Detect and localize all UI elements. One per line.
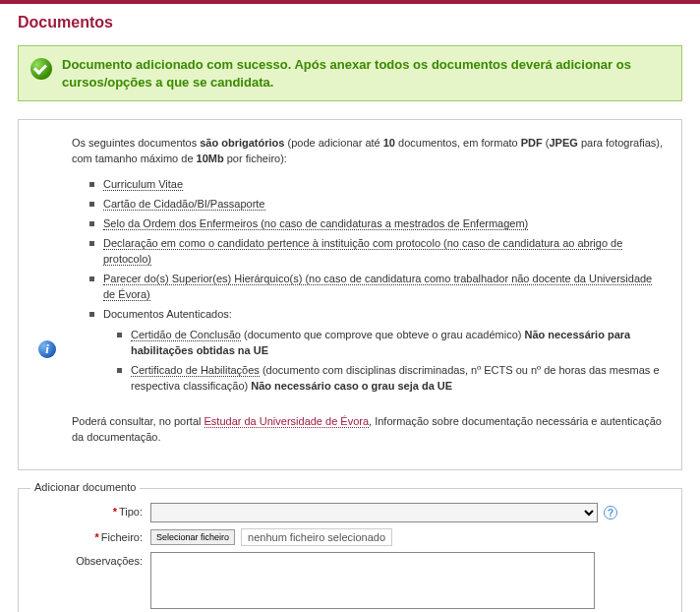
doc-link-cv[interactable]: Curriculum Vitae: [103, 178, 183, 191]
label-tipo: *Tipo:: [32, 503, 150, 518]
page-title: Documentos: [18, 14, 682, 31]
label-ficheiro: *Ficheiro:: [32, 528, 150, 543]
doc-autenticados-label: Documentos Autenticados:: [103, 308, 232, 320]
success-message: Documento adicionado com sucesso. Após a…: [62, 56, 670, 91]
check-icon: [30, 58, 52, 80]
required-docs-list: Curriculum Vitae Cartão de Cidadão/BI/Pa…: [89, 175, 666, 406]
label-observacoes: Observações:: [32, 552, 150, 567]
info-footer: Poderá consultar, no portal Estudar da U…: [72, 414, 666, 446]
file-select-button[interactable]: Selecionar ficheiro: [150, 529, 235, 545]
doc-link-selo[interactable]: Selo da Ordem dos Enfermeiros (no caso d…: [103, 217, 528, 230]
success-banner: Documento adicionado com sucesso. Após a…: [18, 45, 682, 101]
tipo-select[interactable]: [150, 503, 598, 522]
doc-link-certidao-conclusao[interactable]: Certidão de Conclusão: [131, 329, 241, 341]
info-icon: i: [38, 340, 56, 358]
portal-link[interactable]: Estudar da Universidade de Évora: [204, 415, 370, 428]
doc-link-certificado-habilitacoes[interactable]: Certificado de Habilitações: [131, 364, 260, 377]
help-icon[interactable]: ?: [604, 506, 617, 520]
add-document-fieldset: Adicionar documento *Tipo: ? *Ficheiro: …: [18, 488, 682, 612]
doc-link-parecer[interactable]: Parecer do(s) Superior(es) Hierárquico(s…: [103, 273, 652, 301]
doc-link-cc[interactable]: Cartão de Cidadão/BI/Passaporte: [103, 198, 265, 211]
doc-link-declaracao[interactable]: Declaração em como o candidato pertence …: [103, 237, 622, 266]
observacoes-textarea[interactable]: [150, 552, 595, 609]
info-intro: Os seguintes documentos são obrigatórios…: [72, 136, 666, 167]
fieldset-legend: Adicionar documento: [30, 481, 140, 493]
file-status: nenhum ficheiro selecionado: [241, 528, 392, 546]
info-panel: i Os seguintes documentos são obrigatóri…: [18, 119, 682, 470]
